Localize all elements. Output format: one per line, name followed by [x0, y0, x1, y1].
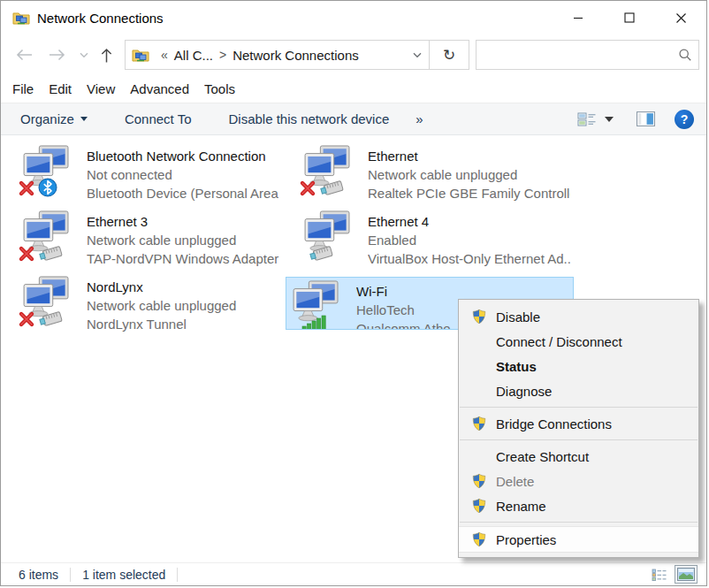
back-button[interactable] [11, 34, 36, 75]
large-icons-view-icon [677, 568, 695, 581]
adapter-icon-ethernet [301, 145, 356, 195]
menu-item-label: Properties [496, 532, 556, 547]
tile-ethernet-3[interactable]: Ethernet 3 Network cable unplugged TAP-N… [17, 208, 284, 266]
connection-name: Ethernet 4 [368, 212, 570, 231]
menu-view[interactable]: View [87, 81, 115, 96]
address-location-icon [132, 48, 149, 62]
adapter-icon-ethernet [20, 276, 75, 325]
view-switcher [648, 565, 706, 584]
menu-item-properties[interactable]: Properties [459, 526, 698, 553]
menu-item-create-shortcut[interactable]: Create Shortcut [459, 444, 698, 469]
tile-ethernet[interactable]: Ethernet Network cable unplugged Realtek… [298, 142, 574, 201]
toolbar-overflow-button[interactable]: » [415, 111, 423, 126]
command-toolbar: Organize Connect To Disable this network… [1, 103, 706, 135]
tile-bluetooth-network-connection[interactable]: Bluetooth Network Connection Not connect… [17, 142, 284, 201]
menu-item-label: Bridge Connections [496, 416, 612, 431]
navigation-bar: « All C... > Network Connections ↻ [1, 34, 706, 75]
connect-to-button[interactable]: Connect To [125, 111, 192, 126]
connection-status: Network cable unplugged [368, 165, 570, 184]
recent-pages-button[interactable] [75, 34, 93, 75]
menu-item-label: Disable [496, 309, 540, 325]
forward-button[interactable] [45, 34, 70, 75]
toolbar-right-group: ? [577, 110, 694, 129]
disconnected-x-icon [299, 179, 316, 197]
close-icon [675, 12, 687, 24]
menu-bar: File Edit View Advanced Tools [1, 75, 706, 103]
adapter-icon-ethernet [20, 210, 75, 260]
adapter-icon-wifi [290, 280, 345, 330]
connection-device: TAP-NordVPN Windows Adapter ... [87, 249, 280, 266]
breadcrumb-separator[interactable]: > [219, 48, 226, 62]
address-bar[interactable]: « All C... > Network Connections ↻ [125, 40, 469, 70]
refresh-icon: ↻ [443, 46, 455, 65]
connection-status: Network cable unplugged [87, 296, 236, 315]
menu-item-rename[interactable]: Rename [459, 493, 698, 518]
connection-status: Enabled [368, 231, 570, 249]
menu-item-label: Delete [496, 474, 534, 489]
organize-button[interactable]: Organize [20, 111, 88, 126]
connection-status: HelloTech [356, 301, 451, 319]
large-icons-view-button[interactable] [675, 565, 698, 584]
tile-nordlynx[interactable]: NordLynx Network cable unplugged NordLyn… [17, 273, 284, 332]
window-title: Network Connections [37, 11, 164, 26]
ethernet-plug-icon [39, 243, 65, 263]
network-connections-icon [12, 11, 30, 25]
minimize-button[interactable] [553, 1, 604, 34]
preview-pane-button[interactable] [637, 111, 655, 126]
connection-name: Ethernet [368, 147, 570, 165]
breadcrumb-overflow-chevron[interactable]: « [161, 48, 168, 62]
uac-shield-icon [471, 498, 487, 514]
breadcrumb-current[interactable]: Network Connections [233, 48, 359, 63]
search-input[interactable] [476, 41, 672, 69]
connection-device: NordLynx Tunnel [87, 315, 236, 332]
overflow-chevrons-icon: » [415, 111, 423, 126]
help-icon: ? [681, 112, 689, 126]
refresh-button[interactable]: ↻ [429, 41, 469, 69]
ethernet-plug-icon [309, 243, 336, 263]
wifi-signal-bars-icon [301, 314, 326, 330]
up-arrow-icon [100, 47, 113, 64]
address-dropdown-button[interactable] [406, 41, 429, 69]
help-button[interactable]: ? [675, 110, 694, 129]
uac-shield-icon [471, 531, 487, 547]
menu-edit[interactable]: Edit [49, 81, 72, 96]
disable-device-button[interactable]: Disable this network device [228, 111, 389, 126]
connection-status: Not connected [87, 165, 280, 184]
menu-separator [460, 407, 698, 408]
chevron-down-icon [413, 52, 422, 58]
views-icon [577, 112, 597, 126]
menu-item-diagnose[interactable]: Diagnose [459, 378, 698, 403]
connection-device: VirtualBox Host-Only Ethernet Ad... [368, 249, 570, 266]
menu-advanced[interactable]: Advanced [130, 81, 189, 96]
up-button[interactable] [95, 34, 118, 75]
disconnected-x-icon [18, 179, 35, 197]
connect-to-label: Connect To [125, 111, 192, 126]
connection-name: Wi-Fi [356, 282, 451, 301]
disconnected-x-icon [18, 310, 35, 328]
menu-item-label: Status [496, 359, 537, 374]
chevron-down-icon [605, 117, 614, 122]
details-view-button[interactable] [648, 565, 671, 584]
menu-item-connect-disconnect[interactable]: Connect / Disconnect [459, 329, 698, 354]
search-icon[interactable] [672, 48, 698, 62]
maximize-button[interactable] [604, 1, 655, 34]
tile-ethernet-4[interactable]: Ethernet 4 Enabled VirtualBox Host-Only … [298, 208, 574, 266]
menu-item-status[interactable]: Status [459, 354, 698, 378]
breadcrumb-root[interactable]: All C... [174, 48, 213, 63]
back-arrow-icon [14, 48, 34, 62]
context-menu: Disable Connect / Disconnect Status Diag… [458, 299, 699, 558]
menu-item-bridge-connections[interactable]: Bridge Connections [459, 411, 698, 436]
adapter-icon-ethernet [301, 210, 356, 260]
change-view-button[interactable] [577, 112, 614, 126]
statusbar-divider [177, 568, 178, 582]
details-view-icon [652, 569, 667, 581]
connection-device: Realtek PCIe GBE Family Controller [368, 184, 570, 201]
breadcrumb: « All C... > Network Connections [155, 48, 406, 63]
status-bar: 6 items 1 item selected [1, 562, 706, 585]
menu-file[interactable]: File [12, 81, 34, 96]
menu-item-disable[interactable]: Disable [459, 304, 698, 329]
menu-tools[interactable]: Tools [204, 81, 235, 96]
menu-item-delete: Delete [459, 469, 698, 493]
close-button[interactable] [655, 1, 706, 34]
uac-shield-icon [471, 309, 487, 325]
